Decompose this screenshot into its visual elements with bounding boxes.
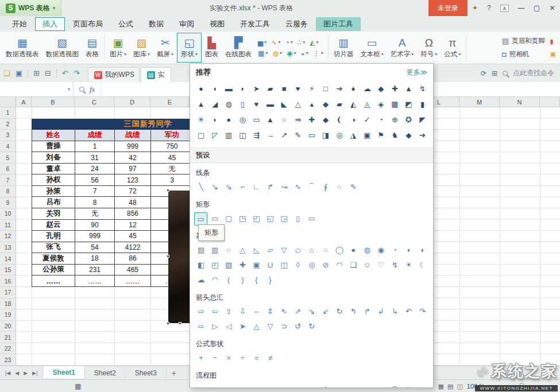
chart-type-button[interactable]: ∿▾ xyxy=(271,38,280,46)
row-header-1[interactable]: 1 xyxy=(0,107,16,119)
shape-icon[interactable]: ▣ xyxy=(249,259,263,271)
shape-icon[interactable]: ○ xyxy=(333,383,346,388)
shape-icon[interactable]: ◍ xyxy=(222,98,235,111)
shape-icon[interactable]: ✚ xyxy=(305,114,319,126)
shape-icon[interactable]: ◔ xyxy=(388,244,401,257)
shape-icon[interactable]: ▷ xyxy=(208,320,222,333)
shape-icon[interactable]: × xyxy=(222,352,235,364)
table-cell[interactable]: 刘备 xyxy=(32,152,75,164)
shape-icon[interactable]: ◺ xyxy=(249,244,263,257)
sheet-tab-Sheet1[interactable]: Sheet1 xyxy=(43,366,84,379)
shape-icon[interactable]: ◱ xyxy=(263,212,277,225)
shape-icon[interactable]: ◫ xyxy=(277,259,291,271)
shape-icon[interactable]: ⊗ xyxy=(416,383,430,388)
row-header-8[interactable]: 8 xyxy=(0,186,16,197)
row-header-23[interactable]: 23 xyxy=(0,354,16,366)
insert-function-button[interactable]: fx xyxy=(90,85,95,94)
shape-icon[interactable]: ◆ xyxy=(401,129,415,142)
table-cell[interactable]: 无 xyxy=(150,164,194,175)
shape-icon[interactable]: ▷ xyxy=(374,383,388,388)
shape-icon[interactable]: ≠ xyxy=(263,352,277,364)
shape-icon[interactable]: ✚ xyxy=(388,83,401,95)
table-cell[interactable]: 45 xyxy=(114,231,150,242)
shape-icon[interactable]: ○ xyxy=(333,181,346,193)
table-cell[interactable]: 孙权 xyxy=(32,174,75,186)
row-header-10[interactable]: 10 xyxy=(0,208,16,220)
shape-icon[interactable]: ⇖ xyxy=(277,305,291,318)
chart-type-button[interactable]: ◭▾ xyxy=(310,38,318,46)
shape-icon[interactable]: ◳ xyxy=(235,212,249,225)
save-icon[interactable]: ▣ xyxy=(16,69,22,77)
shape-icon[interactable]: ▽ xyxy=(263,320,277,333)
shape-icon[interactable]: ☁ xyxy=(194,274,208,286)
row-header-20[interactable]: 20 xyxy=(0,321,16,332)
chart-type-button[interactable]: ◔▾ xyxy=(285,38,292,46)
ribbon-button-页眉和页脚[interactable]: ▤页眉和页脚 xyxy=(502,37,545,45)
table-cell[interactable]: 750 xyxy=(150,141,194,153)
table-cell[interactable]: 97 xyxy=(114,164,150,175)
table-cell[interactable]: …… xyxy=(75,275,114,287)
table-cell[interactable]: 孔明 xyxy=(32,231,75,242)
table-cell[interactable]: …… xyxy=(114,275,150,287)
table-cell[interactable]: 72 xyxy=(114,186,150,197)
row-header-7[interactable]: 7 xyxy=(0,174,16,186)
shape-icon[interactable]: ■ xyxy=(277,83,291,95)
shape-icon[interactable]: ◔ xyxy=(374,114,388,126)
ribbon-button-数据透视图[interactable]: ▧数据透视图 xyxy=(43,33,83,63)
shape-icon[interactable]: ▨ xyxy=(222,259,235,271)
ribbon-edge-icon[interactable]: ▣ xyxy=(550,51,556,58)
shape-icon[interactable]: ⚡ xyxy=(305,83,319,95)
shape-icon[interactable]: ◍ xyxy=(360,244,374,257)
shape-icon[interactable]: ▲ xyxy=(263,114,277,126)
shape-icon[interactable]: ⇦ xyxy=(208,305,222,318)
grid-view-icon[interactable]: ▦ xyxy=(75,382,81,390)
shape-icon[interactable]: ⇛ xyxy=(291,114,305,126)
shape-icon[interactable]: ➤ xyxy=(235,320,249,333)
row-header-3[interactable]: 3 xyxy=(0,130,16,141)
shape-icon[interactable]: ⊃ xyxy=(277,320,291,333)
shape-icon[interactable]: ◆ xyxy=(319,114,333,126)
app-menu-button[interactable]: S WPS 表格 ▾ xyxy=(0,0,61,16)
table-cell[interactable]: 12 xyxy=(114,220,150,231)
shape-icon[interactable]: ● xyxy=(346,244,360,257)
shape-icon[interactable]: ▭ xyxy=(305,129,319,142)
table-cell[interactable]: 赵云 xyxy=(32,220,75,231)
sheet-nav-icon[interactable]: ▶ xyxy=(24,370,28,376)
shape-icon[interactable]: ▦ xyxy=(388,98,401,111)
shape-icon[interactable]: ▭ xyxy=(194,383,208,388)
row-header-21[interactable]: 21 xyxy=(0,332,16,343)
table-cell[interactable]: 31 xyxy=(75,152,114,164)
table-cell[interactable]: 231 xyxy=(75,265,114,276)
shape-icon[interactable]: ↻ xyxy=(305,320,319,333)
row-header-19[interactable]: 19 xyxy=(0,309,16,321)
shape-icon[interactable]: ↷ xyxy=(416,305,430,318)
zoom-in-button[interactable]: + xyxy=(549,382,555,391)
shape-icon[interactable]: ◖ xyxy=(208,83,222,95)
menu-tab-视图[interactable]: 视图 xyxy=(202,17,232,31)
shape-icon[interactable]: ✓ xyxy=(360,114,374,126)
row-header-9[interactable]: 9 xyxy=(0,197,16,209)
shape-icon[interactable]: ⊘ xyxy=(319,259,333,271)
shape-icon[interactable]: ◎ xyxy=(305,259,319,271)
chart-type-button[interactable]: ◍▾ xyxy=(272,49,282,57)
menu-tab-插入[interactable]: 插入 xyxy=(35,17,65,31)
table-cell[interactable]: 8 xyxy=(75,197,114,208)
column-header-B[interactable]: B xyxy=(32,97,75,107)
ribbon-button-截屏[interactable]: ✂截屏▾ xyxy=(153,33,177,63)
table-cell[interactable]: 48 xyxy=(114,197,150,208)
shape-icon[interactable]: ▰ xyxy=(333,98,346,111)
table-cell[interactable]: 1 xyxy=(75,141,114,153)
shape-icon[interactable]: ◯ xyxy=(333,244,346,257)
shape-icon[interactable]: ◆ xyxy=(319,98,333,111)
shape-icon[interactable]: ↱ xyxy=(263,181,277,193)
shape-icon[interactable]: ☺ xyxy=(360,259,374,271)
help-icon[interactable]: ? xyxy=(487,4,491,12)
shape-icon[interactable]: ♞ xyxy=(388,129,401,142)
shape-icon[interactable]: + xyxy=(194,352,208,364)
shape-icon[interactable]: ◮ xyxy=(346,129,360,142)
ribbon-button-图表[interactable]: ▙图表 xyxy=(202,33,222,63)
magnifier-icon[interactable] xyxy=(79,87,84,92)
shape-icon[interactable]: ➔ xyxy=(333,83,346,95)
sync-icon[interactable]: ⟳ xyxy=(481,69,486,77)
shape-icon[interactable]: ◫ xyxy=(235,129,249,142)
